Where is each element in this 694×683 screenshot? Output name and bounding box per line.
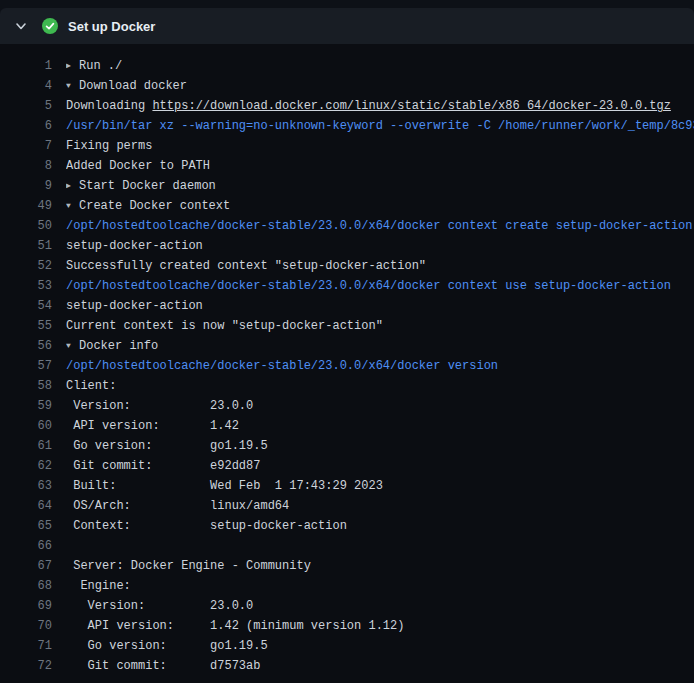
log-line-content: Go version: go1.19.5 — [66, 436, 694, 456]
line-number[interactable]: 9 — [0, 176, 52, 196]
line-number[interactable]: 1 — [0, 56, 52, 76]
line-number[interactable]: 51 — [0, 236, 52, 256]
log-line-content: Git commit: e92dd87 — [66, 456, 694, 476]
log-text: Fixing perms — [66, 139, 152, 153]
chevron-down-icon[interactable] — [14, 19, 28, 33]
line-number[interactable]: 49 — [0, 196, 52, 216]
line-number[interactable]: 7 — [0, 136, 52, 156]
actions-log-viewer: Set up Docker 1▶Run ./4▼Download docker5… — [0, 0, 694, 683]
line-number[interactable]: 69 — [0, 596, 52, 616]
log-line: 63 Built: Wed Feb 1 17:43:29 2023 — [0, 476, 694, 496]
line-number[interactable]: 8 — [0, 156, 52, 176]
log-line: 51setup-docker-action — [0, 236, 694, 256]
log-text: Git commit: d7573ab — [66, 659, 260, 673]
log-text: Version: 23.0.0 — [66, 399, 253, 413]
line-number[interactable]: 5 — [0, 96, 52, 116]
command-text: /opt/hostedtoolcache/docker-stable/23.0.… — [66, 279, 671, 293]
log-line-content: Downloading https://download.docker.com/… — [66, 96, 694, 116]
log-text: Go version: go1.19.5 — [66, 639, 268, 653]
log-text: OS/Arch: linux/amd64 — [66, 499, 289, 513]
group-title: Docker info — [79, 339, 158, 353]
line-number[interactable]: 72 — [0, 656, 52, 676]
step-header[interactable]: Set up Docker — [0, 8, 694, 44]
line-number[interactable]: 59 — [0, 396, 52, 416]
log-line-content: ▼Create Docker context — [66, 196, 694, 216]
group-expanded-icon[interactable]: ▼ — [66, 196, 79, 216]
line-number[interactable]: 53 — [0, 276, 52, 296]
log-group-line[interactable]: 1▶Run ./ — [0, 56, 694, 76]
line-number[interactable]: 6 — [0, 116, 52, 136]
log-text: Current context is now "setup-docker-act… — [66, 319, 383, 333]
log-line: 8Added Docker to PATH — [0, 156, 694, 176]
line-number[interactable]: 60 — [0, 416, 52, 436]
line-number[interactable]: 4 — [0, 76, 52, 96]
group-collapsed-icon[interactable]: ▶ — [66, 176, 79, 196]
log-group-line[interactable]: 4▼Download docker — [0, 76, 694, 96]
line-number[interactable]: 62 — [0, 456, 52, 476]
log-line: 55Current context is now "setup-docker-a… — [0, 316, 694, 336]
line-number[interactable]: 52 — [0, 256, 52, 276]
line-number[interactable]: 68 — [0, 576, 52, 596]
log-line: 67 Server: Docker Engine - Community — [0, 556, 694, 576]
group-collapsed-icon[interactable]: ▶ — [66, 56, 79, 76]
line-number[interactable]: 55 — [0, 316, 52, 336]
log-line-content: /opt/hostedtoolcache/docker-stable/23.0.… — [66, 356, 694, 376]
log-line-content: /usr/bin/tar xz --warning=no-unknown-key… — [66, 116, 694, 136]
group-title: Run ./ — [79, 59, 122, 73]
log-line-content: OS/Arch: linux/amd64 — [66, 496, 694, 516]
log-group-line[interactable]: 49▼Create Docker context — [0, 196, 694, 216]
log-line-content: ▶Start Docker daemon — [66, 176, 694, 196]
log-text: API version: 1.42 — [66, 419, 239, 433]
log-line-content: Client: — [66, 376, 694, 396]
line-number[interactable]: 65 — [0, 516, 52, 536]
group-expanded-icon[interactable]: ▼ — [66, 336, 79, 356]
line-number[interactable]: 63 — [0, 476, 52, 496]
download-url-link[interactable]: https://download.docker.com/linux/static… — [152, 99, 670, 113]
log-text: setup-docker-action — [66, 299, 203, 313]
log-text: Git commit: e92dd87 — [66, 459, 260, 473]
line-number[interactable]: 50 — [0, 216, 52, 236]
line-number[interactable]: 71 — [0, 636, 52, 656]
log-line-content — [66, 536, 694, 556]
command-text: /opt/hostedtoolcache/docker-stable/23.0.… — [66, 219, 693, 233]
log-line: 62 Git commit: e92dd87 — [0, 456, 694, 476]
log-line-content: API version: 1.42 — [66, 416, 694, 436]
line-number[interactable]: 64 — [0, 496, 52, 516]
log-line-content: Context: setup-docker-action — [66, 516, 694, 536]
line-number[interactable]: 66 — [0, 536, 52, 556]
log-line-content: Built: Wed Feb 1 17:43:29 2023 — [66, 476, 694, 496]
line-number[interactable]: 58 — [0, 376, 52, 396]
line-number[interactable]: 70 — [0, 616, 52, 636]
log-line-content: ▼Docker info — [66, 336, 694, 356]
log-text: Client: — [66, 379, 116, 393]
log-text: Added Docker to PATH — [66, 159, 210, 173]
success-check-icon — [42, 18, 58, 34]
command-text: /usr/bin/tar xz --warning=no-unknown-key… — [66, 119, 694, 133]
log-group-line[interactable]: 56▼Docker info — [0, 336, 694, 356]
log-line-content: ▶Run ./ — [66, 56, 694, 76]
log-text: Successfully created context "setup-dock… — [66, 259, 426, 273]
log-line-content: setup-docker-action — [66, 296, 694, 316]
line-number[interactable]: 56 — [0, 336, 52, 356]
line-number[interactable]: 57 — [0, 356, 52, 376]
log-line: 71 Go version: go1.19.5 — [0, 636, 694, 656]
log-line: 72 Git commit: d7573ab — [0, 656, 694, 676]
line-number[interactable]: 54 — [0, 296, 52, 316]
line-number[interactable]: 67 — [0, 556, 52, 576]
group-title: Download docker — [79, 79, 187, 93]
log-text: Context: setup-docker-action — [66, 519, 347, 533]
log-line: 69 Version: 23.0.0 — [0, 596, 694, 616]
log-line: 6/usr/bin/tar xz --warning=no-unknown-ke… — [0, 116, 694, 136]
log-line-content: /opt/hostedtoolcache/docker-stable/23.0.… — [66, 216, 694, 236]
log-line: 54setup-docker-action — [0, 296, 694, 316]
line-number[interactable]: 61 — [0, 436, 52, 456]
log-text: Version: 23.0.0 — [66, 599, 253, 613]
log-text: Downloading — [66, 99, 152, 113]
log-line-content: Added Docker to PATH — [66, 156, 694, 176]
log-line-content: Version: 23.0.0 — [66, 396, 694, 416]
log-line: 57/opt/hostedtoolcache/docker-stable/23.… — [0, 356, 694, 376]
log-group-line[interactable]: 9▶Start Docker daemon — [0, 176, 694, 196]
log-line-content: Server: Docker Engine - Community — [66, 556, 694, 576]
group-expanded-icon[interactable]: ▼ — [66, 76, 79, 96]
log-line: 61 Go version: go1.19.5 — [0, 436, 694, 456]
